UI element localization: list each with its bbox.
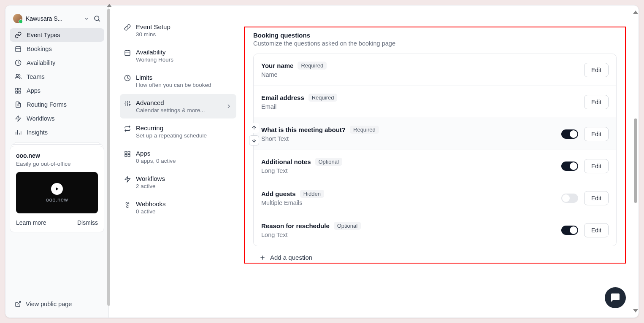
question-title: Add guests [261,190,296,197]
nav-label: Availability [27,59,55,66]
chat-launcher[interactable] [605,287,626,308]
nav-label: Event Types [27,32,60,38]
promo-video[interactable]: ooo.new [16,172,98,213]
main-scrollbar[interactable] [632,5,639,318]
settings-item-limits[interactable]: LimitsHow often you can be booked [120,69,236,93]
settings-title: Webhooks [136,200,232,207]
nav-item-availability[interactable]: Availability [10,56,104,70]
nav-item-apps[interactable]: Apps [10,84,104,97]
scroll-thumb[interactable] [634,118,637,203]
move-up-button[interactable] [249,123,259,133]
main-sidebar: Kawusara S... Event TypesBookingsAvailab… [5,5,109,318]
svg-rect-11 [16,91,18,93]
settings-item-availability[interactable]: AvailabilityWorking Hours [120,43,236,68]
chat-icon [610,293,620,303]
main-content: Booking questions Customize the question… [244,5,639,318]
settings-sub: How often you can be booked [136,82,232,88]
section-subtitle: Customize the questions asked on the boo… [253,40,617,47]
question-toggle[interactable] [561,162,578,171]
nav-item-bookings[interactable]: Bookings [10,42,104,56]
dismiss-link[interactable]: Dismiss [77,219,98,226]
teams-icon [15,73,22,80]
settings-sub: Set up a repeating schedule [136,132,232,139]
question-toggle[interactable] [561,129,578,139]
settings-title: Recurring [136,124,232,132]
availability-icon [124,49,131,56]
question-row: Email addressRequiredEmailEdit [254,86,616,118]
sidebar-scrollbar[interactable] [107,9,110,306]
external-link-icon [15,301,22,307]
settings-item-advanced[interactable]: AdvancedCalendar settings & more... [120,94,236,118]
scroll-up-icon[interactable] [633,11,638,14]
nav-item-workflows[interactable]: Workflows [10,112,104,125]
svg-line-18 [18,301,21,304]
question-row: Reason for rescheduleOptionalLong TextEd… [254,214,616,246]
chevron-down-icon [83,15,90,22]
svg-rect-9 [19,88,21,90]
webhooks-icon [124,201,131,208]
settings-sub: Working Hours [136,57,232,63]
question-type: Name [261,71,584,78]
nav-item-routing[interactable]: Routing Forms [10,98,104,111]
scroll-down-icon[interactable] [633,309,638,312]
move-down-button[interactable] [249,135,259,145]
svg-line-1 [98,20,100,21]
settings-item-webhooks[interactable]: Webhooks0 active [120,195,236,220]
workflows-icon [124,176,131,183]
promo-title: ooo.new [16,152,98,159]
nav-label: Teams [27,73,45,80]
svg-rect-35 [128,154,130,156]
view-public-page-link[interactable]: View public page [10,296,104,312]
question-badge: Required [350,126,379,134]
settings-item-event-setup[interactable]: Event Setup30 mins [120,18,236,43]
edit-button[interactable]: Edit [584,223,609,237]
question-row: Your nameRequiredNameEdit [254,54,616,86]
scroll-up-icon[interactable] [107,4,112,7]
question-type: Long Text [261,231,561,238]
question-toggle[interactable] [561,194,578,203]
questions-list: Your nameRequiredNameEditEmail addressRe… [253,54,617,246]
question-title: Email address [261,94,304,101]
svg-rect-2 [16,47,21,52]
svg-rect-33 [125,151,127,153]
svg-rect-36 [125,154,127,156]
app-shell: Kawusara S... Event TypesBookingsAvailab… [5,5,639,318]
edit-button[interactable]: Edit [584,95,609,109]
nav-item-insights[interactable]: Insights [10,126,104,139]
insights-icon [15,129,22,136]
question-toggle[interactable] [561,226,578,235]
booking-questions-section: Booking questions Customize the question… [244,27,626,264]
settings-item-recurring[interactable]: RecurringSet up a repeating schedule [120,119,236,144]
routing-icon [15,101,22,108]
nav-item-event-types[interactable]: Event Types [10,28,104,42]
svg-rect-10 [19,91,21,93]
recurring-icon [124,125,131,132]
edit-button[interactable]: Edit [584,63,609,77]
edit-button[interactable]: Edit [584,127,609,141]
question-title: Reason for reschedule [261,222,330,229]
add-question-label: Add a question [270,254,312,261]
nav-label: Apps [27,87,41,94]
add-question-button[interactable]: Add a question [253,246,617,263]
settings-sub: 2 active [136,183,232,189]
question-badge: Hidden [300,190,324,198]
main-nav: Event TypesBookingsAvailabilityTeamsApps… [10,28,104,139]
edit-button[interactable]: Edit [584,159,609,173]
settings-item-workflows[interactable]: Workflows2 active [120,170,236,194]
settings-item-apps[interactable]: Apps0 apps, 0 active [120,145,236,169]
question-title: Additional notes [261,158,311,165]
event-types-icon [15,32,22,38]
promo-card: ooo.new Easily go out-of-office ooo.new … [10,146,104,232]
settings-sub: Calendar settings & more... [136,107,232,113]
nav-item-teams[interactable]: Teams [10,70,104,83]
search-icon[interactable] [93,15,101,22]
nav-label: Workflows [27,115,55,122]
learn-more-link[interactable]: Learn more [16,219,46,226]
edit-button[interactable]: Edit [584,191,609,205]
promo-logo: ooo.new [46,196,68,203]
workflows-icon [15,115,22,122]
user-menu[interactable]: Kawusara S... [10,11,104,26]
question-title: Your name [261,62,293,69]
public-page-label: View public page [26,301,72,307]
section-title: Booking questions [253,32,617,39]
